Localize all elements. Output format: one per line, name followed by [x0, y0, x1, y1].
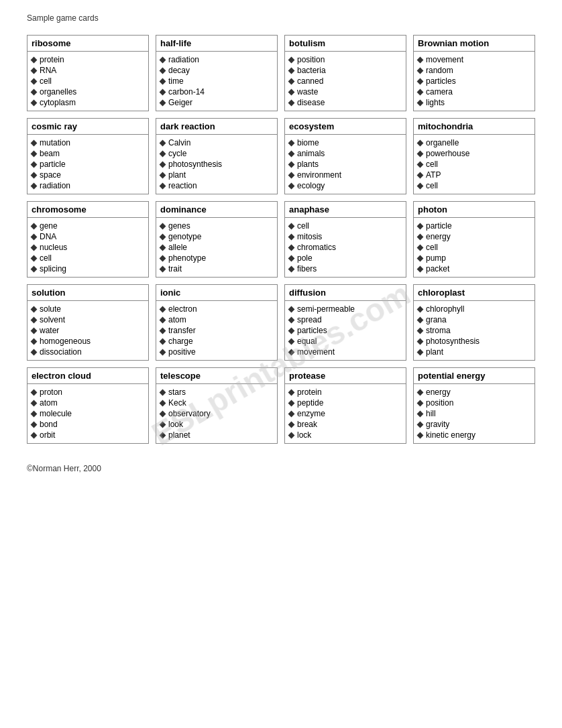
item-label: cell — [40, 253, 52, 263]
list-item: position — [418, 398, 530, 408]
card-title-1-1: dark reaction — [156, 119, 277, 135]
diamond-icon — [31, 349, 38, 356]
diamond-icon — [160, 245, 166, 251]
diamond-icon — [288, 223, 295, 230]
diamond-icon — [31, 57, 38, 64]
list-item: decay — [160, 65, 273, 76]
item-label: disease — [297, 98, 325, 107]
card-row-4: electron cloudprotonatommoleculebondorbi… — [27, 367, 535, 444]
diamond-icon — [160, 411, 166, 418]
diamond-icon — [31, 234, 38, 241]
list-item: stars — [160, 387, 273, 398]
diamond-icon — [160, 400, 166, 407]
card-title-3-3: chloroplast — [414, 285, 535, 301]
item-label: allele — [168, 243, 187, 252]
diamond-icon — [417, 349, 424, 356]
item-label: stroma — [426, 326, 451, 335]
item-label: cell — [40, 76, 52, 86]
diamond-icon — [31, 266, 38, 273]
list-item: powerhouse — [418, 148, 530, 159]
list-item: cycle — [160, 148, 273, 159]
card-body-3-3: chlorophyllgranastromaphotosynthesisplan… — [414, 301, 535, 360]
diamond-icon — [160, 306, 166, 313]
diamond-icon — [417, 400, 424, 407]
list-item: environment — [289, 170, 402, 180]
diamond-icon — [417, 183, 424, 190]
card-title-2-1: dominance — [156, 202, 277, 218]
card-3-1: ionicelectronatomtransferchargepositive — [156, 284, 278, 361]
item-label: waste — [297, 87, 318, 97]
list-item: ATP — [418, 170, 530, 180]
item-label: chromatics — [297, 243, 336, 252]
diamond-icon — [31, 317, 38, 324]
diamond-icon — [288, 57, 295, 64]
card-4-0: electron cloudprotonatommoleculebondorbi… — [27, 367, 149, 444]
list-item: Calvin — [160, 137, 273, 148]
diamond-icon — [288, 306, 295, 313]
list-item: chlorophyll — [418, 304, 530, 314]
list-item: space — [32, 170, 144, 180]
list-item: movement — [289, 347, 402, 357]
item-label: decay — [168, 66, 190, 75]
item-label: splicing — [40, 264, 66, 274]
diamond-icon — [31, 223, 38, 230]
item-label: cell — [297, 221, 309, 231]
list-item: splicing — [32, 263, 144, 274]
list-item: atom — [32, 398, 144, 408]
card-title-1-3: mitochondria — [414, 119, 535, 135]
card-3-2: diffusionsemi-permeablespreadparticleseq… — [284, 284, 406, 361]
list-item: mutation — [32, 137, 144, 148]
item-label: dissociation — [40, 347, 82, 357]
card-body-0-1: radiationdecaytimecarbon-14Geiger — [156, 52, 277, 111]
list-item: genes — [160, 221, 273, 231]
card-0-3: Brownian motionmovementrandomparticlesca… — [413, 35, 535, 111]
diamond-icon — [160, 389, 166, 396]
diamond-icon — [288, 266, 295, 273]
item-label: bond — [40, 420, 58, 429]
list-item: cell — [418, 242, 530, 253]
item-label: DNA — [40, 232, 56, 241]
list-item: genotype — [160, 231, 273, 242]
list-item: organelle — [418, 137, 530, 148]
list-item: particle — [32, 159, 144, 170]
diamond-icon — [31, 328, 38, 335]
item-label: particle — [40, 160, 66, 169]
list-item: water — [32, 325, 144, 336]
item-label: electron — [168, 304, 197, 314]
card-4-3: potential energyenergypositionhillgravit… — [413, 367, 535, 444]
card-title-4-1: telescope — [156, 368, 277, 384]
item-label: atom — [40, 398, 58, 408]
list-item: mitosis — [289, 231, 402, 242]
item-label: cell — [426, 160, 438, 169]
diamond-icon — [31, 389, 38, 396]
list-item: cytoplasm — [32, 97, 144, 108]
card-body-0-3: movementrandomparticlescameralights — [414, 52, 535, 111]
diamond-icon — [31, 140, 38, 147]
item-label: movement — [426, 55, 463, 64]
list-item: hill — [418, 408, 530, 419]
card-body-3-0: solutesolventwaterhomogeneousdissociatio… — [27, 301, 148, 360]
list-item: cell — [418, 159, 530, 170]
item-label: stars — [168, 387, 186, 397]
card-3-0: solutionsolutesolventwaterhomogeneousdis… — [27, 284, 149, 361]
item-label: RNA — [40, 66, 56, 75]
diamond-icon — [160, 57, 166, 64]
item-label: pump — [426, 253, 446, 263]
item-label: cycle — [168, 149, 186, 158]
diamond-icon — [417, 234, 424, 241]
list-item: animals — [289, 148, 402, 159]
item-label: water — [40, 326, 59, 335]
card-body-1-1: Calvincyclephotosynthesisplantreaction — [156, 135, 277, 194]
list-item: cell — [32, 253, 144, 263]
diamond-icon — [288, 245, 295, 251]
card-body-2-3: particleenergycellpumppacket — [414, 218, 535, 277]
list-item: position — [289, 54, 402, 65]
item-label: protein — [40, 55, 64, 64]
item-label: genotype — [168, 232, 201, 241]
diamond-icon — [288, 68, 295, 74]
item-label: radiation — [40, 181, 70, 190]
diamond-icon — [288, 162, 295, 168]
diamond-icon — [288, 172, 295, 179]
item-label: cell — [426, 181, 438, 190]
item-label: chlorophyll — [426, 304, 464, 314]
